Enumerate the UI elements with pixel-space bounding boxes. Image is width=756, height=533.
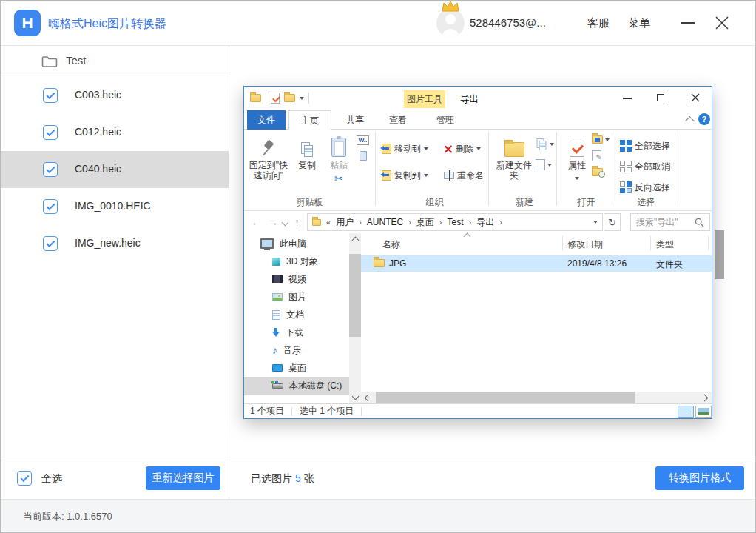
picture-tools-contextual-tab[interactable]: 图片工具	[404, 90, 445, 108]
folder-header[interactable]: Test	[1, 46, 229, 76]
paste-shortcut-icon[interactable]	[360, 151, 367, 161]
tab-share[interactable]: 共享	[334, 110, 376, 130]
breadcrumb-export[interactable]: 导出	[476, 216, 494, 229]
select-all-checkbox[interactable]	[17, 471, 32, 486]
explorer-close-button[interactable]	[691, 93, 700, 102]
refresh-button[interactable]: ↻	[604, 213, 621, 231]
file-item-selected[interactable]: C040.heic	[1, 151, 229, 188]
copy-button[interactable]: 复制	[291, 133, 323, 170]
copy-to-button[interactable]: 复制到	[382, 167, 428, 184]
column-separator[interactable]	[708, 236, 709, 250]
details-view-button[interactable]	[678, 406, 694, 418]
cut-icon[interactable]: ✂	[334, 172, 343, 184]
list-row-jpg-folder[interactable]: JPG 2019/4/8 13:26 文件夹	[361, 255, 712, 272]
column-separator[interactable]	[650, 236, 651, 250]
file-item[interactable]: C003.heic	[1, 77, 229, 114]
clipboard-mini-buttons: W..	[357, 135, 369, 161]
tree-scrollbar-thumb[interactable]	[349, 254, 361, 337]
column-header-type[interactable]: 类型	[656, 238, 674, 251]
file-item[interactable]: IMG_new.heic	[1, 225, 229, 262]
minimize-button[interactable]	[681, 22, 695, 24]
properties-button[interactable]: 属性	[562, 133, 592, 182]
easy-access-icon[interactable]	[536, 159, 545, 170]
properties-qat-icon[interactable]	[271, 93, 280, 104]
group-separator	[375, 132, 376, 206]
menu-link[interactable]: 菜单	[628, 16, 650, 30]
file-checkbox[interactable]	[43, 88, 58, 103]
tab-manage[interactable]: 管理	[425, 110, 466, 130]
select-all-button[interactable]: 全部选择	[620, 137, 670, 155]
column-header-name[interactable]: 名称	[382, 238, 400, 251]
breadcrumb-users[interactable]: 用户	[336, 216, 354, 229]
tab-view[interactable]: 查看	[377, 110, 419, 130]
horizontal-scrollbar-thumb[interactable]	[376, 392, 635, 403]
scroll-left-icon[interactable]	[365, 395, 372, 402]
copy-path-icon[interactable]: W..	[357, 135, 369, 145]
explorer-minimize-button[interactable]	[623, 98, 632, 99]
file-checkbox[interactable]	[43, 162, 58, 177]
file-item[interactable]: C012.heic	[1, 114, 229, 151]
tree-item-desktop[interactable]: 桌面	[244, 359, 349, 377]
collapse-ribbon-icon[interactable]	[685, 116, 695, 126]
help-icon[interactable]: ?	[698, 113, 710, 125]
recent-locations-icon[interactable]	[282, 219, 289, 227]
invert-selection-button[interactable]: 反向选择	[620, 178, 670, 196]
tree-item-3d-objects[interactable]: 3D 对象	[244, 252, 349, 270]
search-input[interactable]: 搜索"导出"	[630, 213, 710, 231]
tree-item-documents[interactable]: 文档	[244, 306, 349, 324]
tab-home[interactable]: 主页	[288, 110, 331, 130]
convert-format-button[interactable]: 转换图片格式	[655, 466, 744, 490]
file-checkbox[interactable]	[43, 125, 58, 140]
tree-item-downloads[interactable]: 下载	[244, 324, 349, 341]
breadcrumb-auntec[interactable]: AUNTEC	[367, 217, 403, 227]
user-avatar[interactable]	[436, 9, 465, 37]
file-checkbox[interactable]	[43, 236, 58, 251]
reselect-images-button[interactable]: 重新选择图片	[146, 466, 220, 490]
breadcrumb-test[interactable]: Test	[447, 217, 463, 227]
select-none-button[interactable]: 全部取消	[620, 158, 670, 175]
scroll-up-icon[interactable]	[352, 237, 360, 244]
list-horizontal-scrollbar[interactable]	[361, 392, 712, 403]
file-item[interactable]: IMG_0010.HEIC	[1, 188, 229, 225]
address-breadcrumb[interactable]: « 用户 › AUNTEC › 桌面 › Test › 导出 ›	[307, 213, 603, 231]
explorer-maximize-button[interactable]	[657, 94, 664, 101]
tree-item-pictures[interactable]: 图片	[244, 288, 349, 306]
paste-icon	[331, 138, 346, 157]
scroll-right-icon[interactable]	[701, 395, 709, 402]
delete-button[interactable]: 删除	[444, 140, 481, 158]
scroll-down-icon[interactable]	[352, 393, 360, 400]
tree-item-local-disk-c[interactable]: 本地磁盘 (C:)	[244, 377, 349, 395]
folder-icon[interactable]	[250, 94, 261, 102]
new-folder-qat-icon[interactable]	[284, 94, 295, 102]
thumbnail-view-button[interactable]	[695, 406, 712, 418]
close-button[interactable]	[713, 14, 731, 32]
tree-scrollbar[interactable]	[349, 233, 361, 403]
move-to-button[interactable]: 移动到	[382, 140, 428, 158]
tree-item-videos[interactable]: 视频	[244, 270, 349, 288]
address-dropdown-icon[interactable]	[593, 221, 598, 224]
new-folder-button[interactable]: 新建文件夹	[494, 133, 534, 181]
forward-icon[interactable]: →	[268, 216, 278, 228]
delete-label: 删除	[456, 143, 473, 155]
support-link[interactable]: 客服	[587, 16, 610, 30]
rename-button[interactable]: 重命名	[444, 167, 484, 184]
history-icon[interactable]	[592, 168, 603, 176]
open-icon[interactable]	[592, 135, 603, 144]
edit-icon[interactable]: ✎	[592, 150, 601, 161]
back-icon[interactable]: ←	[252, 216, 262, 228]
breadcrumb-desktop[interactable]: 桌面	[416, 216, 434, 229]
explorer-titlebar[interactable]: 图片工具 导出	[244, 87, 712, 110]
tree-item-music[interactable]: ♪音乐	[244, 341, 349, 359]
tree-item-this-pc[interactable]: 此电脑	[244, 235, 349, 252]
file-checkbox[interactable]	[43, 199, 58, 214]
column-header-date[interactable]: 修改日期	[567, 238, 603, 251]
qat-dropdown-icon[interactable]	[300, 97, 304, 100]
new-item-icon[interactable]	[537, 138, 547, 150]
tab-file[interactable]: 文件	[247, 110, 286, 130]
account-id[interactable]: 528446753@...	[470, 16, 546, 29]
paste-button[interactable]: 粘贴 ✂	[323, 133, 355, 184]
pin-to-quick-access-button[interactable]: 固定到"快速访问"	[247, 133, 290, 181]
app-scrollbar-thumb[interactable]	[715, 230, 724, 279]
up-icon[interactable]: ↑	[294, 216, 300, 228]
column-separator[interactable]	[562, 236, 563, 250]
